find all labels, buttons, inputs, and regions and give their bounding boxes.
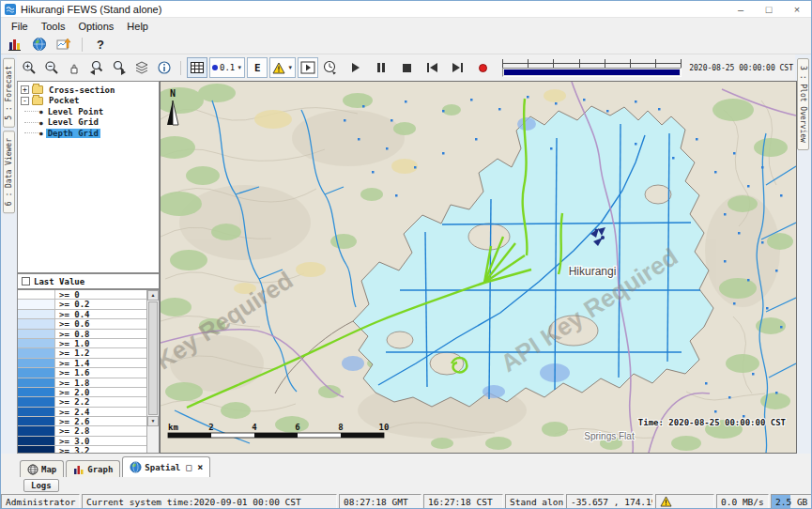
tab-graph[interactable]: Graph (66, 460, 120, 477)
legend-swatch (18, 408, 55, 416)
memory-label: 2.5 GB (775, 497, 807, 507)
legend-label: >= 0.6 (55, 319, 90, 328)
timeline-slider[interactable] (502, 56, 682, 79)
minimize-button[interactable]: – (727, 1, 755, 17)
legend-label: >= 1.4 (55, 359, 90, 367)
last-value-label: Last Value (34, 277, 84, 286)
status-mode: Stand alone (505, 494, 564, 509)
spatial-display-button[interactable] (54, 36, 74, 54)
legend-row[interactable]: >= 2.2 (18, 397, 146, 407)
legend-row[interactable]: >= 2.6 (18, 417, 146, 426)
graph-icon (73, 464, 84, 475)
skip-forward-icon (452, 63, 460, 72)
tree-item-depth-grid[interactable]: ●Depth Grid (21, 128, 159, 139)
legend-row[interactable]: >= 1.4 (18, 359, 146, 368)
tree-item-cross-section[interactable]: +Cross-section (21, 85, 159, 96)
thresholds-dropdown-button[interactable]: ▼ (269, 57, 296, 78)
go-to-end-button[interactable] (447, 57, 467, 78)
legend-row[interactable]: >= 0 (18, 290, 146, 300)
node-bullet-icon: ● (39, 130, 43, 136)
scroll-up-icon[interactable]: ▲ (147, 290, 159, 301)
layers-icon (134, 60, 149, 75)
label-display-button[interactable]: E (247, 57, 268, 78)
stop-button[interactable] (396, 57, 417, 78)
legend-row[interactable]: >= 0.2 (18, 300, 146, 309)
title-bar: Hikurangi FEWS (Stand alone) – □ × (1, 1, 811, 18)
menu-tools[interactable]: Tools (35, 19, 72, 34)
tree-item-label: Level Grid (46, 117, 100, 127)
dock-tab-plot-overview[interactable]: 3 : Plot Overview (797, 58, 809, 150)
pause-button[interactable] (371, 57, 391, 78)
last-value-checkbox[interactable] (22, 277, 30, 285)
timeline-groove (502, 68, 682, 77)
menu-file[interactable]: File (5, 19, 35, 34)
record-button[interactable] (472, 57, 493, 78)
tab-spatial[interactable]: Spatial □ × (122, 456, 210, 477)
legend-row[interactable]: >= 1.2 (18, 348, 146, 358)
pause-icon (377, 63, 385, 72)
map-canvas[interactable]: API Key Required API Key Required Hikura… (161, 82, 796, 453)
zoom-out-icon (44, 60, 59, 75)
tree-item-pocket[interactable]: -Pocket (21, 96, 159, 107)
status-system-time: Current system time:2020-09-01 00:00 CST (82, 494, 337, 509)
classification-dropdown-button[interactable]: 0.1▼ (209, 57, 245, 78)
scale-tick-label: 8 (338, 423, 343, 432)
legend-row[interactable]: >= 3.0 (18, 437, 146, 446)
go-to-start-button[interactable] (421, 57, 442, 78)
dock-tab-data-viewer[interactable]: 6 : Data Viewer (3, 131, 15, 213)
zoom-out-button[interactable] (41, 57, 62, 78)
scroll-down-icon[interactable]: ▼ (147, 416, 159, 426)
close-button[interactable]: × (783, 1, 811, 17)
legend-row[interactable]: >= 2.4 (18, 408, 146, 417)
tab-map[interactable]: Map (20, 460, 64, 477)
dock-tab-forecast[interactable]: 5 : Forecast (3, 58, 15, 128)
legend-row[interactable]: >= 0.6 (18, 319, 146, 329)
logs-button[interactable]: Logs (23, 479, 59, 492)
map-display-button[interactable] (29, 36, 50, 54)
warning-icon (660, 496, 672, 507)
layers-button[interactable] (131, 57, 152, 78)
data-display-button[interactable] (5, 36, 25, 54)
legend-row[interactable]: >= 1.8 (18, 378, 146, 388)
pan-button[interactable] (64, 57, 84, 78)
legend-row[interactable]: >= 1.6 (18, 368, 146, 378)
zoom-previous-button[interactable] (86, 57, 107, 78)
help-button[interactable]: ? (90, 36, 111, 54)
menu-help[interactable]: Help (120, 19, 155, 34)
label-button-glyph: E (254, 62, 261, 74)
zoom-in-button[interactable] (19, 57, 39, 78)
stop-icon (403, 64, 411, 72)
window-controls: – □ × (727, 1, 811, 17)
scroll-thumb[interactable] (148, 301, 158, 415)
legend-swatch (18, 290, 55, 299)
animation-button[interactable] (298, 57, 318, 78)
legend-row[interactable]: >= 0.4 (18, 310, 146, 319)
tab-close-icon[interactable]: × (197, 462, 203, 472)
legend-scrollbar[interactable]: ▲ ▼ (146, 290, 159, 453)
scale-tick-label: 4 (252, 423, 257, 432)
time-settings-button[interactable] (320, 57, 341, 78)
tree-item-level-grid[interactable]: ●Level Grid (21, 117, 159, 129)
play-icon (352, 63, 360, 72)
menu-options[interactable]: Options (71, 19, 120, 34)
app-logo-icon (5, 4, 16, 15)
node-bullet-icon: ● (39, 108, 43, 115)
legend-row[interactable]: >= 2.0 (18, 388, 146, 397)
grid-display-button[interactable] (187, 57, 207, 78)
status-alerts (655, 494, 714, 509)
legend-row[interactable]: >= 1.0 (18, 339, 146, 348)
play-button[interactable] (345, 57, 366, 78)
zoom-next-button[interactable] (109, 57, 130, 78)
maximize-button[interactable]: □ (755, 1, 783, 17)
info-button[interactable] (154, 57, 175, 78)
tab-maximize-icon[interactable]: □ (186, 462, 192, 472)
legend-row[interactable]: >= 2.8 (18, 426, 146, 436)
tree-item-level-point[interactable]: ●Level Point (21, 106, 159, 117)
tree-connector (24, 122, 39, 123)
tree-expander-icon[interactable]: - (21, 97, 29, 105)
tree-connector (24, 132, 39, 133)
legend-row[interactable]: >= 3.2 (18, 446, 146, 453)
timeline-datetime: 2020-08-25 00:00:00 CST (689, 64, 795, 72)
tree-expander-icon[interactable]: + (21, 85, 29, 94)
legend-row[interactable]: >= 0.8 (18, 330, 146, 339)
